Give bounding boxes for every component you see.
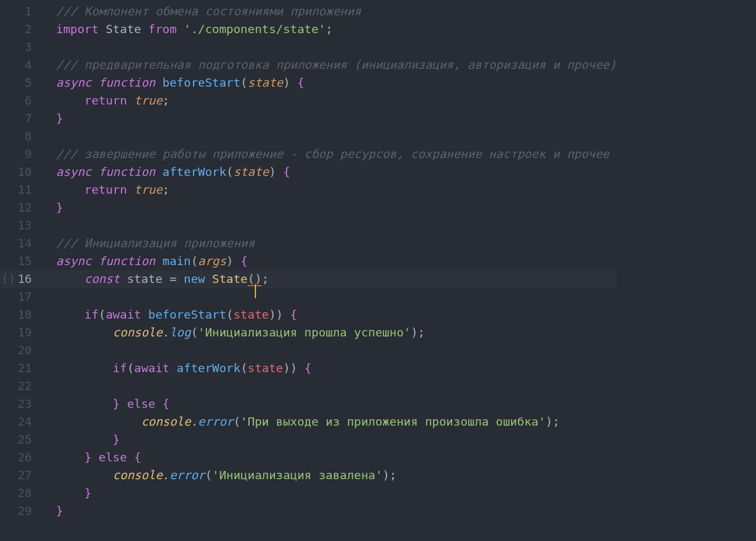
line-number: 7 <box>0 110 45 127</box>
code-line[interactable] <box>45 38 617 56</box>
line-number-gutter: 1 2 3 4 5 6 7 8 9 10 11 12 13 14 15 ()16… <box>0 3 45 520</box>
code-line[interactable] <box>45 377 617 395</box>
code-line[interactable] <box>45 217 617 234</box>
code-line[interactable]: /// завершение работы приложение - сбор … <box>45 145 617 163</box>
line-number: 28 <box>0 484 45 502</box>
line-number: 27 <box>0 466 45 484</box>
line-number: 17 <box>0 288 45 306</box>
line-number: 26 <box>0 449 45 466</box>
line-number: 2 <box>0 20 45 38</box>
line-number: 25 <box>0 431 45 449</box>
bracket-match-open: ( <box>248 272 255 286</box>
code-line[interactable]: import State from './components/state'; <box>45 20 617 38</box>
code-line[interactable]: } <box>45 502 617 520</box>
code-line[interactable]: } <box>45 110 617 127</box>
code-line[interactable]: return true; <box>45 181 617 199</box>
line-number: 18 <box>0 306 45 324</box>
line-number: 3 <box>0 38 45 56</box>
code-line[interactable]: return true; <box>45 92 617 110</box>
line-number: 20 <box>0 342 45 359</box>
line-number: 22 <box>0 377 45 395</box>
line-number: 19 <box>0 324 45 342</box>
code-line[interactable]: async function main(args) { <box>45 252 617 270</box>
line-number: 29 <box>0 502 45 520</box>
code-area[interactable]: /// Компонент обмена состояниями приложе… <box>45 3 617 520</box>
code-line-current[interactable]: const state = new State(); <box>45 270 617 288</box>
code-line[interactable]: } <box>45 431 617 449</box>
code-line[interactable]: console.error('Инициализация завалена'); <box>45 466 617 484</box>
code-line[interactable]: } <box>45 484 617 502</box>
line-number: 10 <box>0 163 45 181</box>
line-number: 4 <box>0 56 45 74</box>
code-line[interactable]: } else { <box>45 449 617 466</box>
code-line[interactable] <box>45 127 617 145</box>
line-number: 23 <box>0 395 45 413</box>
line-number: 6 <box>0 92 45 110</box>
line-number: 8 <box>0 127 45 145</box>
code-line[interactable]: /// предварительная подготовка приложени… <box>45 56 617 74</box>
line-number: 24 <box>0 413 45 431</box>
code-line[interactable]: if(await afterWork(state)) { <box>45 359 617 377</box>
line-number: 14 <box>0 234 45 252</box>
line-number: 9 <box>0 145 45 163</box>
line-number: 5 <box>0 74 45 92</box>
code-line[interactable]: async function afterWork(state) { <box>45 163 617 181</box>
bracket-match-icon: () <box>1 270 15 288</box>
line-number: 15 <box>0 252 45 270</box>
line-number: 12 <box>0 199 45 217</box>
code-line[interactable]: /// Инициализация приложения <box>45 234 617 252</box>
code-line[interactable]: if(await beforeStart(state)) { <box>45 306 617 324</box>
line-number: 13 <box>0 217 45 234</box>
code-line[interactable]: } else { <box>45 395 617 413</box>
line-number-current: ()16 <box>0 270 45 288</box>
line-number: 21 <box>0 359 45 377</box>
code-line[interactable]: } <box>45 199 617 217</box>
code-line[interactable]: console.log('Инициализация прошла успешн… <box>45 324 617 342</box>
code-line[interactable]: async function beforeStart(state) { <box>45 74 617 92</box>
code-line[interactable] <box>45 288 617 306</box>
code-line[interactable]: console.error('При выходе из приложения … <box>45 413 617 431</box>
code-editor[interactable]: 1 2 3 4 5 6 7 8 9 10 11 12 13 14 15 ()16… <box>0 0 756 520</box>
code-line[interactable]: /// Компонент обмена состояниями приложе… <box>45 3 617 20</box>
code-line[interactable] <box>45 342 617 359</box>
line-number: 1 <box>0 3 45 20</box>
line-number: 11 <box>0 181 45 199</box>
